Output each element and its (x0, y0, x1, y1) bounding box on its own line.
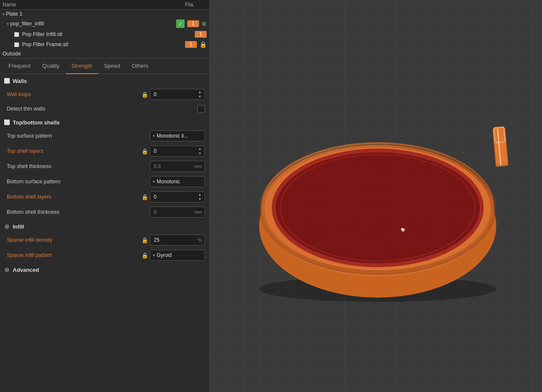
top-surface-pattern-dropdown[interactable]: ▾ Monotonic li... (150, 130, 205, 141)
top-surface-pattern-control: ▾ Monotonic li... (150, 130, 205, 141)
bottom-shell-thickness-row: Bottom shell thickness 0 mm (0, 204, 209, 220)
tab-frequent[interactable]: Frequent (3, 58, 36, 74)
top-shell-thickness-control: 0.6 mm (150, 161, 205, 172)
top-shell-layers-up[interactable]: ▲ (197, 147, 203, 151)
sparse-infill-density-row: Sparse infill density 🔒 25 % (0, 232, 209, 248)
stl-icon: ⬜ (13, 30, 20, 38)
fila-num-2: 1 (195, 31, 207, 38)
top-surface-pattern-label: Top surface pattern (7, 133, 150, 139)
bottom-shell-layers-lock[interactable]: 🔒 (141, 194, 148, 200)
sparse-infill-density-label: Sparse infill density (7, 237, 141, 243)
tree-item-outside[interactable]: Outside (0, 50, 209, 58)
top-shell-layers-spinbox[interactable]: 0 ▲ ▼ (150, 146, 205, 157)
sparse-infill-pattern-lock[interactable]: 🔒 (141, 252, 148, 259)
top-surface-pattern-value: Monotonic li... (157, 133, 202, 139)
wall-loops-row: Wall loops 🔒 0 ▲ ▼ (0, 87, 209, 102)
top-shell-layers-value: 0 (152, 148, 197, 154)
bottom-shell-layers-up[interactable]: ▲ (197, 193, 203, 197)
top-surface-pattern-row: Top surface pattern ▾ Monotonic li... (0, 128, 209, 144)
pop-filter-infill-label: pop_filter_infill (10, 21, 176, 27)
wall-loops-up[interactable]: ▲ (197, 90, 203, 94)
tree-item-pop-filter-infill-stl[interactable]: ⬜ Pop Filter Infill.stl 1 (0, 29, 209, 39)
wall-loops-lock[interactable]: 🔒 (141, 91, 148, 98)
bottom-surface-pattern-row: Bottom surface pattern ▾ Monotonic (0, 174, 209, 189)
svg-rect-14 (513, 121, 513, 158)
top-shell-layers-row: Top shell layers 🔒 0 ▲ ▼ (0, 144, 209, 159)
sparse-infill-pattern-dropdown[interactable]: ▾ Gyroid (150, 250, 205, 261)
svg-point-19 (401, 228, 403, 230)
detect-thin-walls-row: Detect thin walls (0, 102, 209, 116)
outside-label: Outside (3, 51, 207, 57)
sparse-infill-density-value: 25 (152, 237, 198, 243)
infill-title: Infill (13, 224, 24, 230)
bottom-shell-layers-label: Bottom shell layers (7, 194, 141, 200)
advanced-title: Advanced (13, 267, 39, 273)
stl-icon-2: ⬜ (13, 41, 20, 48)
topbottom-icon: ⬜ (3, 119, 10, 126)
sparse-infill-density-control: 🔒 25 % (141, 235, 205, 246)
infill-section-header: ◎ Infill (0, 220, 209, 232)
topbottom-section-header: ⬜ Top/bottom shells (0, 116, 209, 128)
bottom-shell-layers-arrows[interactable]: ▲ ▼ (197, 193, 203, 202)
pop-filter-frame-stl-label: Pop Filter Frame.stl (22, 41, 184, 47)
sparse-infill-density-lock[interactable]: 🔒 (141, 237, 148, 243)
top-shell-layers-down[interactable]: ▼ (197, 152, 203, 156)
bottom-shell-layers-down[interactable]: ▼ (197, 197, 203, 202)
visibility-check[interactable]: ✓ (176, 19, 185, 28)
tree-item-plate1[interactable]: ▾ Plate 1 (0, 10, 209, 18)
dropdown-chevron-3: ▾ (153, 253, 155, 257)
fila-num-1: 1 (187, 20, 199, 27)
advanced-section-header: ◎ Advanced (0, 263, 209, 276)
detect-thin-walls-checkbox[interactable] (197, 105, 205, 113)
tree-header-name: Name (3, 2, 173, 8)
settings-panel: ⬜ Walls Wall loops 🔒 0 ▲ ▼ (0, 74, 209, 392)
expand-icon: ▾ (3, 12, 5, 17)
3d-object (238, 94, 513, 306)
top-shell-layers-label: Top shell layers (7, 148, 141, 154)
lock-icon-frame: 🔒 (199, 41, 207, 48)
tree-item-pop-filter-infill[interactable]: ▾ pop_filter_infill ✓ 1 ⚙ (0, 18, 209, 29)
tab-strength[interactable]: Strength (66, 58, 98, 74)
top-shell-thickness-value: 0.6 (152, 163, 194, 169)
sparse-infill-pattern-row: Sparse infill pattern 🔒 ▾ Gyroid (0, 248, 209, 263)
walls-title: Walls (13, 78, 27, 84)
tree-header-fila: Fila. (173, 2, 207, 8)
top-shell-layers-lock[interactable]: 🔒 (141, 148, 148, 155)
bottom-shell-thickness-value: 0 (152, 209, 194, 215)
advanced-icon: ◎ (3, 266, 10, 273)
wall-loops-control: 🔒 0 ▲ ▼ (141, 89, 205, 100)
settings-icon: ⚙ (202, 21, 207, 27)
tabs-bar: Frequent Quality Strength Speed Others (0, 58, 209, 74)
bottom-shell-layers-spinbox[interactable]: 0 ▲ ▼ (150, 191, 205, 202)
expand-icon-2: ▾ (7, 22, 9, 26)
viewport[interactable] (209, 0, 542, 392)
walls-section-header: ⬜ Walls (0, 74, 209, 87)
tab-others[interactable]: Others (126, 58, 154, 74)
wall-loops-spinbox[interactable]: 0 ▲ ▼ (150, 89, 205, 100)
wall-loops-down[interactable]: ▼ (197, 95, 203, 99)
plate1-label: Plate 1 (6, 11, 207, 17)
wall-loops-arrows[interactable]: ▲ ▼ (197, 90, 203, 99)
sparse-infill-pattern-control: 🔒 ▾ Gyroid (141, 250, 205, 261)
bottom-surface-pattern-dropdown[interactable]: ▾ Monotonic (150, 176, 205, 187)
wall-loops-label: Wall loops (7, 91, 141, 97)
top-shell-layers-arrows[interactable]: ▲ ▼ (197, 147, 203, 156)
topbottom-title: Top/bottom shells (13, 119, 60, 126)
bottom-shell-layers-row: Bottom shell layers 🔒 0 ▲ ▼ (0, 189, 209, 204)
bottom-surface-pattern-control: ▾ Monotonic (150, 176, 205, 187)
bottom-shell-thickness-unit: mm (194, 210, 203, 215)
walls-icon: ⬜ (3, 77, 10, 84)
tab-speed[interactable]: Speed (98, 58, 126, 74)
sparse-infill-density-spinbox[interactable]: 25 % (150, 235, 205, 246)
top-shell-thickness-spinbox[interactable]: 0.6 mm (150, 161, 205, 172)
top-shell-layers-control: 🔒 0 ▲ ▼ (141, 146, 205, 157)
detect-thin-walls-control (197, 105, 205, 113)
tab-quality[interactable]: Quality (36, 58, 65, 74)
bottom-shell-thickness-spinbox[interactable]: 0 mm (150, 207, 205, 218)
fila-num-3: 1 (185, 41, 197, 48)
bottom-shell-layers-control: 🔒 0 ▲ ▼ (141, 191, 205, 202)
bottom-shell-thickness-label: Bottom shell thickness (7, 209, 150, 215)
sparse-infill-density-unit: % (198, 237, 203, 243)
tree-item-pop-filter-frame-stl[interactable]: ⬜ Pop Filter Frame.stl 1 🔒 (0, 39, 209, 50)
pop-filter-infill-stl-label: Pop Filter Infill.stl (22, 31, 194, 37)
